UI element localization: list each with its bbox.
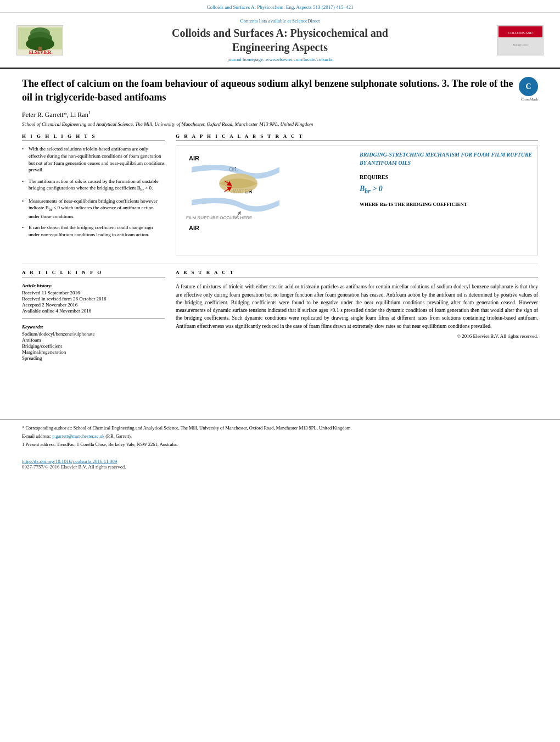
foam-diagram-svg: AIR OIL WATER AIR bbox=[181, 150, 290, 238]
graphical-abstract-header: G R A P H I C A L A B S T R A C T bbox=[176, 133, 538, 141]
article-content: The effect of calcium on the foam behavi… bbox=[0, 69, 560, 375]
affiliation: School of Chemical Engineering and Analy… bbox=[22, 121, 538, 127]
received-date: Received 11 September 2016 bbox=[22, 290, 165, 295]
crossmark-badge[interactable]: C CrossMark bbox=[519, 77, 538, 102]
svg-text:AIR: AIR bbox=[189, 155, 199, 161]
doi-section: http://dx.doi.org/10.1016/j.colsurfa.201… bbox=[0, 455, 560, 474]
ga-requires: REQUIRES bbox=[360, 174, 533, 181]
ga-formula: Bbr > 0 bbox=[360, 183, 533, 196]
email-footnote: E-mail address: p.garrett@manchester.ac.… bbox=[22, 433, 538, 440]
crossmark-label: CrossMark bbox=[519, 97, 538, 102]
highlight-item-1: With the selected solutions triolein-bas… bbox=[22, 146, 165, 173]
highlight-item-3: Measurements of near-equilibrium bridgin… bbox=[22, 198, 165, 220]
journal-name-line1: Colloids and Surfaces A: Physicochemical… bbox=[66, 26, 494, 40]
info-and-abstract: A R T I C L E I N F O Article history: R… bbox=[22, 270, 538, 361]
present-address-footnote: 1 Present address: TrendPac, 1 Corella C… bbox=[22, 442, 538, 448]
contents-line: Contents lists available at ScienceDirec… bbox=[66, 18, 494, 24]
highlights-list: With the selected solutions triolein-bas… bbox=[22, 146, 165, 238]
keyword-1: Sodium/dodecyl/benzene/sulphonate bbox=[22, 331, 165, 337]
article-title: The effect of calcium on the foam behavi… bbox=[22, 77, 513, 104]
cover-svg: COLLOIDS AND Journal Cover bbox=[499, 26, 542, 54]
page: Colloids and Surfaces A: Physicochem. En… bbox=[0, 0, 560, 742]
abstract-col: A B S T R A C T A feature of mixtures of… bbox=[176, 270, 538, 361]
keyword-2: Antifoam bbox=[22, 337, 165, 343]
crossmark-icon: C bbox=[519, 77, 538, 96]
corresponding-note: * Corresponding author at: School of Che… bbox=[22, 425, 352, 431]
journal-title-bar: ELSEVIER Contents lists available at Sci… bbox=[0, 13, 560, 69]
issn-line: 0927-7757/© 2016 Elsevier B.V. All right… bbox=[22, 464, 538, 470]
homepage-link[interactable]: www.elsevier.com/locate/colsurfa bbox=[266, 57, 333, 62]
ga-diagram: AIR OIL WATER AIR bbox=[181, 150, 533, 239]
right-column: G R A P H I C A L A B S T R A C T AIR OI… bbox=[176, 133, 538, 255]
available-date: Available online 4 November 2016 bbox=[22, 308, 165, 314]
section-divider-1 bbox=[22, 264, 538, 264]
corresponding-footnote: * Corresponding author at: School of Che… bbox=[22, 425, 538, 432]
article-info-header: A R T I C L E I N F O bbox=[22, 270, 165, 277]
journal-title-center: Contents lists available at ScienceDirec… bbox=[66, 18, 494, 62]
journal-citation-header: Colloids and Surfaces A: Physicochem. En… bbox=[0, 0, 560, 13]
journal-citation: Colloids and Surfaces A: Physicochem. En… bbox=[206, 4, 353, 10]
highlight-item-2: The antifoam action of oils is caused by… bbox=[22, 178, 165, 193]
sciencedirect-link[interactable]: ScienceDirect bbox=[292, 18, 320, 24]
keywords-label: Keywords: bbox=[22, 324, 165, 330]
homepage-label: journal homepage: bbox=[227, 57, 264, 62]
article-title-section: The effect of calcium on the foam behavi… bbox=[22, 77, 538, 104]
doi-link[interactable]: http://dx.doi.org/10.1016/j.colsurfa.201… bbox=[22, 459, 538, 464]
left-column: H I G H L I G H T S With the selected so… bbox=[22, 133, 165, 255]
svg-text:AIR: AIR bbox=[189, 225, 199, 231]
abstract-header: A B S T R A C T bbox=[176, 270, 538, 277]
svg-text:COLLOIDS AND: COLLOIDS AND bbox=[508, 31, 533, 35]
abstract-copyright: © 2016 Elsevier B.V. All rights reserved… bbox=[176, 333, 538, 339]
revised-date: Received in revised form 28 October 2016 bbox=[22, 296, 165, 302]
highlights-header: H I G H L I G H T S bbox=[22, 133, 165, 141]
abstract-section: A feature of mixtures of triolein with e… bbox=[176, 283, 538, 339]
email-suffix: (P.R. Garrett). bbox=[105, 433, 132, 439]
accepted-date: Accepted 2 November 2016 bbox=[22, 302, 165, 308]
svg-text:Journal Cover: Journal Cover bbox=[512, 43, 528, 46]
highlights-and-graphical: H I G H L I G H T S With the selected so… bbox=[22, 133, 538, 255]
svg-text:FILM RUPTURE OCCURS HERE: FILM RUPTURE OCCURS HERE bbox=[186, 215, 252, 220]
footnotes-section: * Corresponding author at: School of Che… bbox=[0, 419, 560, 455]
graphical-abstract-box: AIR OIL WATER AIR bbox=[176, 146, 538, 255]
ga-mechanism-title: BRIDGING-STRETCHING MECHANISM FOR FOAM F… bbox=[360, 150, 533, 167]
svg-text:C: C bbox=[525, 82, 531, 91]
email-label: E-mail address: bbox=[22, 433, 51, 439]
journal-name: Colloids and Surfaces A: Physicochemical… bbox=[66, 26, 494, 54]
info-divider bbox=[22, 318, 165, 319]
content-spacer bbox=[0, 375, 560, 419]
keyword-4: Marginal/regeneration bbox=[22, 349, 165, 355]
elsevier-tree-svg: ELSEVIER bbox=[18, 27, 62, 55]
keywords-section: Keywords: Sodium/dodecyl/benzene/sulphon… bbox=[22, 324, 165, 361]
elsevier-logo: ELSEVIER bbox=[16, 25, 66, 55]
journal-name-line2: Engineering Aspects bbox=[66, 40, 494, 54]
article-info-col: A R T I C L E I N F O Article history: R… bbox=[22, 270, 165, 361]
ga-where: WHERE B₂r IS THE BRIDGING COEFFICIENT bbox=[360, 201, 533, 208]
abstract-text: A feature of mixtures of triolein with e… bbox=[176, 283, 538, 330]
ga-text-panel: BRIDGING-STRETCHING MECHANISM FOR FOAM F… bbox=[360, 150, 533, 239]
authors-line: Peter R. Garrett*, Li Ran1 bbox=[22, 110, 538, 119]
journal-cover-image: COLLOIDS AND Journal Cover bbox=[497, 25, 544, 55]
ga-foam-diagram: AIR OIL WATER AIR bbox=[181, 150, 354, 239]
journal-logo-right: COLLOIDS AND Journal Cover bbox=[494, 25, 544, 55]
journal-homepage: journal homepage: www.elsevier.com/locat… bbox=[66, 57, 494, 62]
keyword-5: Spreading bbox=[22, 355, 165, 361]
email-link[interactable]: p.garrett@manchester.ac.uk bbox=[52, 433, 104, 439]
author-sup: 1 bbox=[88, 110, 91, 115]
history-label: Article history: bbox=[22, 283, 165, 288]
highlight-item-4: It can be shown that the bridging coeffi… bbox=[22, 224, 165, 238]
elsevier-image: ELSEVIER bbox=[16, 25, 63, 55]
crossmark-svg: C bbox=[522, 80, 535, 93]
article-history: Article history: Received 11 September 2… bbox=[22, 283, 165, 314]
contents-label: Contents lists available at bbox=[240, 18, 291, 24]
author-names: Peter R. Garrett*, Li Ran bbox=[22, 111, 88, 119]
svg-text:ELSEVIER: ELSEVIER bbox=[29, 50, 51, 55]
keyword-3: Bridging/coefficient bbox=[22, 343, 165, 349]
